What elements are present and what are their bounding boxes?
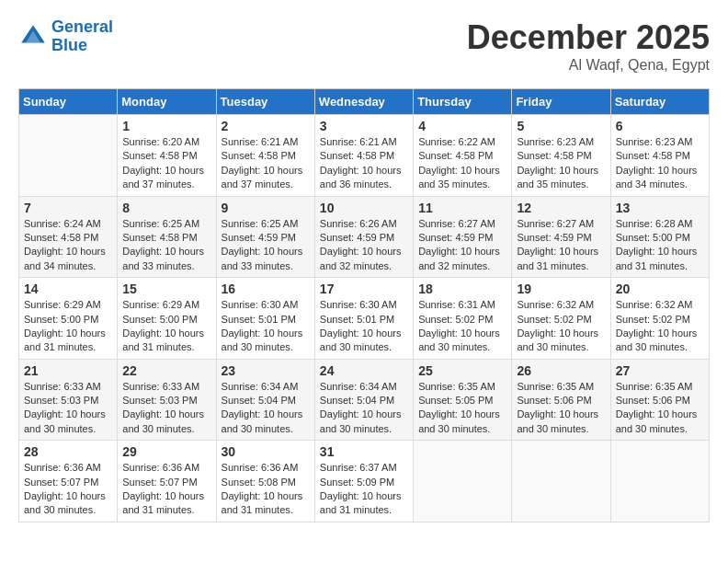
calendar-cell: 19Sunrise: 6:32 AM Sunset: 5:02 PM Dayli…	[512, 278, 610, 360]
day-number: 6	[616, 119, 704, 133]
day-info: Sunrise: 6:36 AM Sunset: 5:08 PM Dayligh…	[222, 461, 310, 518]
calendar-cell	[610, 441, 709, 523]
calendar-body: 1Sunrise: 6:20 AM Sunset: 4:58 PM Daylig…	[19, 115, 710, 523]
calendar-week-row: 14Sunrise: 6:29 AM Sunset: 5:00 PM Dayli…	[19, 278, 710, 360]
calendar-cell: 9Sunrise: 6:25 AM Sunset: 4:59 PM Daylig…	[216, 196, 314, 278]
day-header-tuesday: Tuesday	[216, 89, 314, 115]
day-info: Sunrise: 6:35 AM Sunset: 5:06 PM Dayligh…	[616, 380, 704, 437]
logo-line1: General	[51, 17, 113, 36]
day-info: Sunrise: 6:20 AM Sunset: 4:58 PM Dayligh…	[122, 135, 210, 192]
day-info: Sunrise: 6:36 AM Sunset: 5:07 PM Dayligh…	[24, 461, 112, 518]
day-header-sunday: Sunday	[19, 89, 118, 115]
day-number: 29	[122, 444, 210, 459]
day-number: 7	[24, 201, 112, 215]
day-info: Sunrise: 6:37 AM Sunset: 5:09 PM Dayligh…	[320, 461, 408, 518]
calendar-cell: 12Sunrise: 6:27 AM Sunset: 4:59 PM Dayli…	[512, 196, 610, 278]
calendar-cell: 16Sunrise: 6:30 AM Sunset: 5:01 PM Dayli…	[216, 278, 314, 360]
logo-icon	[18, 22, 48, 52]
calendar-cell: 29Sunrise: 6:36 AM Sunset: 5:07 PM Dayli…	[118, 441, 216, 523]
day-info: Sunrise: 6:27 AM Sunset: 4:59 PM Dayligh…	[517, 217, 605, 274]
calendar-cell: 7Sunrise: 6:24 AM Sunset: 4:58 PM Daylig…	[19, 196, 118, 278]
day-number: 4	[418, 119, 506, 133]
day-number: 26	[517, 363, 605, 378]
day-info: Sunrise: 6:33 AM Sunset: 5:03 PM Dayligh…	[24, 380, 112, 437]
calendar-header-row: SundayMondayTuesdayWednesdayThursdayFrid…	[19, 89, 710, 115]
day-info: Sunrise: 6:35 AM Sunset: 5:06 PM Dayligh…	[517, 380, 605, 437]
day-info: Sunrise: 6:29 AM Sunset: 5:00 PM Dayligh…	[122, 298, 210, 355]
calendar-cell: 23Sunrise: 6:34 AM Sunset: 5:04 PM Dayli…	[216, 359, 314, 441]
calendar-cell: 6Sunrise: 6:23 AM Sunset: 4:58 PM Daylig…	[610, 115, 709, 197]
day-number: 3	[320, 119, 408, 133]
day-number: 24	[320, 363, 408, 378]
day-info: Sunrise: 6:33 AM Sunset: 5:03 PM Dayligh…	[122, 380, 210, 437]
day-number: 20	[616, 282, 704, 296]
day-number: 21	[24, 363, 112, 378]
day-number: 8	[122, 201, 210, 215]
day-number: 17	[320, 282, 408, 296]
location-title: Al Waqf, Qena, Egypt	[467, 57, 710, 74]
title-area: December 2025 Al Waqf, Qena, Egypt	[467, 18, 710, 74]
calendar-cell	[19, 115, 118, 197]
calendar-cell: 22Sunrise: 6:33 AM Sunset: 5:03 PM Dayli…	[118, 359, 216, 441]
day-number: 19	[517, 282, 605, 296]
day-info: Sunrise: 6:28 AM Sunset: 5:00 PM Dayligh…	[616, 217, 704, 274]
calendar-cell: 14Sunrise: 6:29 AM Sunset: 5:00 PM Dayli…	[19, 278, 118, 360]
day-info: Sunrise: 6:31 AM Sunset: 5:02 PM Dayligh…	[418, 298, 506, 355]
day-number: 13	[616, 201, 704, 215]
calendar-week-row: 21Sunrise: 6:33 AM Sunset: 5:03 PM Dayli…	[19, 359, 710, 441]
day-info: Sunrise: 6:34 AM Sunset: 5:04 PM Dayligh…	[222, 380, 310, 437]
calendar-cell: 25Sunrise: 6:35 AM Sunset: 5:05 PM Dayli…	[414, 359, 512, 441]
calendar-week-row: 1Sunrise: 6:20 AM Sunset: 4:58 PM Daylig…	[19, 115, 710, 197]
calendar-cell: 28Sunrise: 6:36 AM Sunset: 5:07 PM Dayli…	[19, 441, 118, 523]
calendar-cell: 24Sunrise: 6:34 AM Sunset: 5:04 PM Dayli…	[314, 359, 413, 441]
day-info: Sunrise: 6:23 AM Sunset: 4:58 PM Dayligh…	[616, 135, 704, 192]
logo-line2: Blue	[51, 36, 87, 54]
day-number: 18	[418, 282, 506, 296]
day-info: Sunrise: 6:21 AM Sunset: 4:58 PM Dayligh…	[222, 135, 310, 192]
day-info: Sunrise: 6:22 AM Sunset: 4:58 PM Dayligh…	[418, 135, 506, 192]
day-number: 31	[320, 444, 408, 459]
calendar-cell: 30Sunrise: 6:36 AM Sunset: 5:08 PM Dayli…	[216, 441, 314, 523]
calendar-cell: 17Sunrise: 6:30 AM Sunset: 5:01 PM Dayli…	[314, 278, 413, 360]
calendar-cell: 18Sunrise: 6:31 AM Sunset: 5:02 PM Dayli…	[414, 278, 512, 360]
calendar-cell: 10Sunrise: 6:26 AM Sunset: 4:59 PM Dayli…	[314, 196, 413, 278]
page-header: General Blue December 2025 Al Waqf, Qena…	[18, 18, 710, 74]
day-info: Sunrise: 6:29 AM Sunset: 5:00 PM Dayligh…	[24, 298, 112, 355]
day-number: 9	[222, 201, 310, 215]
day-header-wednesday: Wednesday	[314, 89, 413, 115]
calendar-cell: 13Sunrise: 6:28 AM Sunset: 5:00 PM Dayli…	[610, 196, 709, 278]
calendar-cell: 21Sunrise: 6:33 AM Sunset: 5:03 PM Dayli…	[19, 359, 118, 441]
day-number: 23	[222, 363, 310, 378]
calendar-cell: 27Sunrise: 6:35 AM Sunset: 5:06 PM Dayli…	[610, 359, 709, 441]
calendar-cell: 1Sunrise: 6:20 AM Sunset: 4:58 PM Daylig…	[118, 115, 216, 197]
calendar-cell: 15Sunrise: 6:29 AM Sunset: 5:00 PM Dayli…	[118, 278, 216, 360]
day-info: Sunrise: 6:34 AM Sunset: 5:04 PM Dayligh…	[320, 380, 408, 437]
day-header-thursday: Thursday	[414, 89, 512, 115]
calendar-cell: 8Sunrise: 6:25 AM Sunset: 4:58 PM Daylig…	[118, 196, 216, 278]
day-info: Sunrise: 6:32 AM Sunset: 5:02 PM Dayligh…	[517, 298, 605, 355]
calendar-cell	[512, 441, 610, 523]
day-info: Sunrise: 6:27 AM Sunset: 4:59 PM Dayligh…	[418, 217, 506, 274]
day-info: Sunrise: 6:30 AM Sunset: 5:01 PM Dayligh…	[320, 298, 408, 355]
calendar-cell: 3Sunrise: 6:21 AM Sunset: 4:58 PM Daylig…	[314, 115, 413, 197]
day-info: Sunrise: 6:36 AM Sunset: 5:07 PM Dayligh…	[122, 461, 210, 518]
day-info: Sunrise: 6:25 AM Sunset: 4:59 PM Dayligh…	[222, 217, 310, 274]
day-info: Sunrise: 6:35 AM Sunset: 5:05 PM Dayligh…	[418, 380, 506, 437]
logo-text: General Blue	[51, 18, 113, 55]
day-number: 28	[24, 444, 112, 459]
calendar-cell: 2Sunrise: 6:21 AM Sunset: 4:58 PM Daylig…	[216, 115, 314, 197]
day-info: Sunrise: 6:21 AM Sunset: 4:58 PM Dayligh…	[320, 135, 408, 192]
calendar-cell: 4Sunrise: 6:22 AM Sunset: 4:58 PM Daylig…	[414, 115, 512, 197]
day-info: Sunrise: 6:25 AM Sunset: 4:58 PM Dayligh…	[122, 217, 210, 274]
day-number: 22	[122, 363, 210, 378]
day-info: Sunrise: 6:24 AM Sunset: 4:58 PM Dayligh…	[24, 217, 112, 274]
day-number: 10	[320, 201, 408, 215]
day-number: 16	[222, 282, 310, 296]
day-number: 2	[222, 119, 310, 133]
day-number: 5	[517, 119, 605, 133]
logo: General Blue	[18, 18, 113, 55]
day-number: 30	[222, 444, 310, 459]
day-info: Sunrise: 6:26 AM Sunset: 4:59 PM Dayligh…	[320, 217, 408, 274]
day-header-saturday: Saturday	[610, 89, 709, 115]
day-number: 1	[122, 119, 210, 133]
